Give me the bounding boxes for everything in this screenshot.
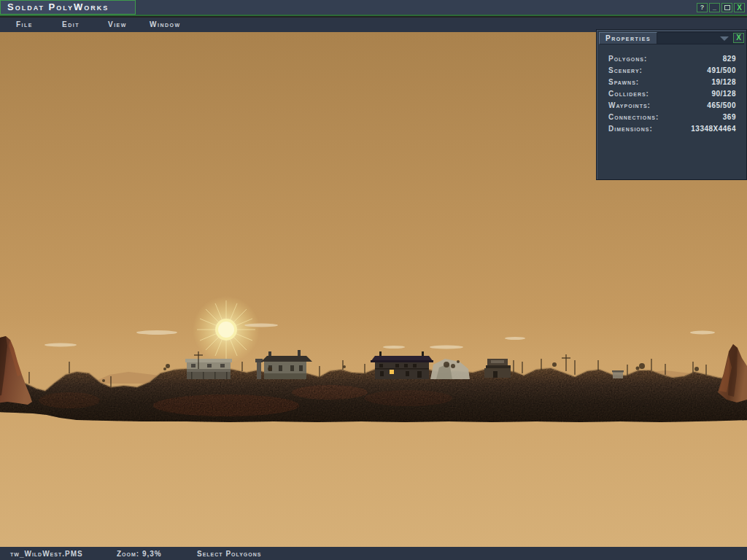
- property-spawns: Spawns: 19/128: [608, 77, 736, 88]
- property-label: Spawns:: [608, 77, 639, 88]
- building-shack: [612, 370, 624, 378]
- restore-button[interactable]: [721, 3, 732, 12]
- building-storefront: [185, 359, 232, 379]
- property-value: 369: [723, 112, 736, 123]
- close-button[interactable]: X: [734, 3, 745, 12]
- properties-panel-title: Properties: [599, 32, 657, 44]
- property-value: 19/128: [711, 77, 736, 88]
- property-value: 90/128: [711, 88, 736, 100]
- statusbar: tw_WildWest.PMS Zoom: 9,3% Select Polygo…: [0, 547, 747, 560]
- properties-panel-header[interactable]: Properties X: [599, 32, 744, 44]
- menu-file[interactable]: File: [16, 19, 33, 31]
- property-value: 491/500: [707, 65, 736, 77]
- property-scenery: Scenery: 491/500: [608, 65, 736, 77]
- properties-panel[interactable]: Properties X Polygons: 829 Scenery: 491/…: [596, 29, 747, 180]
- property-dimensions: Dimensions: 13348X4464: [608, 123, 736, 135]
- window-controls: ? _ X: [697, 3, 745, 12]
- titlebar[interactable]: Soldat PolyWorks ? _ X: [0, 0, 747, 16]
- property-label: Connections:: [608, 112, 659, 123]
- property-label: Colliders:: [608, 88, 649, 100]
- property-value: 465/500: [707, 100, 736, 112]
- property-connections: Connections: 369: [608, 112, 736, 123]
- property-value: 829: [723, 53, 736, 65]
- property-value: 13348X4464: [691, 123, 736, 135]
- property-label: Dimensions:: [608, 123, 653, 135]
- property-polygons: Polygons: 829: [608, 53, 736, 65]
- status-zoom-level: Zoom: 9,3%: [117, 548, 162, 559]
- restore-icon: [724, 5, 730, 10]
- minimize-button[interactable]: _: [709, 3, 720, 12]
- property-waypoints: Waypoints: 465/500: [608, 100, 736, 112]
- panel-close-button[interactable]: X: [733, 33, 744, 43]
- menu-edit[interactable]: Edit: [62, 19, 80, 31]
- status-filename: tw_WildWest.PMS: [10, 548, 83, 559]
- sun: [193, 296, 260, 363]
- polyworks-window: Soldat PolyWorks ? _ X File Edit View Wi…: [0, 0, 747, 560]
- help-button[interactable]: ?: [697, 3, 708, 12]
- properties-list: Polygons: 829 Scenery: 491/500 Spawns: 1…: [608, 53, 736, 135]
- building-store: [484, 359, 511, 378]
- property-label: Polygons:: [608, 53, 647, 65]
- chevron-down-icon[interactable]: [720, 36, 729, 41]
- property-colliders: Colliders: 90/128: [608, 88, 736, 100]
- status-active-tool: Select Polygons: [197, 548, 261, 559]
- property-label: Waypoints:: [608, 100, 651, 112]
- menu-window[interactable]: Window: [150, 19, 181, 31]
- window-title: Soldat PolyWorks: [0, 0, 136, 15]
- property-label: Scenery:: [608, 65, 643, 77]
- menu-view[interactable]: View: [108, 19, 127, 31]
